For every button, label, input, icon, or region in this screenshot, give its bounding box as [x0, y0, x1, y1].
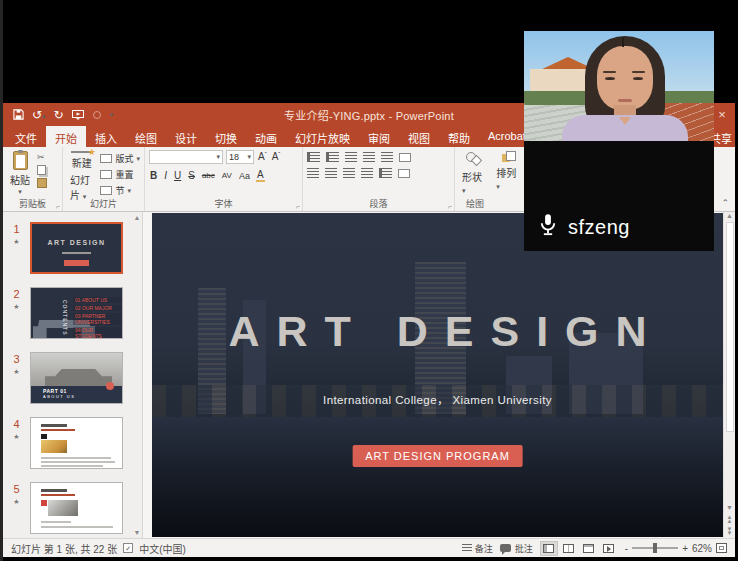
shapes-button[interactable]: 形状 ▾: [459, 150, 489, 198]
cut-button[interactable]: ✂: [37, 152, 47, 162]
scroll-up-icon[interactable]: ▲: [134, 214, 141, 221]
paste-dropdown-icon[interactable]: ▾: [18, 189, 22, 195]
undo-dropdown-icon[interactable]: ▾: [42, 113, 46, 120]
thumbnail-meta: 3 ★: [3, 352, 30, 404]
slide-canvas[interactable]: ART DESIGN International College， Xiamen…: [152, 213, 723, 537]
thumbnail-slide-5[interactable]: [30, 482, 123, 534]
thumbnail-slide-1[interactable]: ART DESIGN: [30, 222, 123, 274]
tab-home[interactable]: 开始: [46, 126, 86, 147]
grow-font-button[interactable]: Aˆ: [257, 151, 268, 162]
fit-slide-button[interactable]: [716, 543, 727, 553]
thumbnail-slide-4[interactable]: [30, 417, 123, 469]
thumbnail-item-1[interactable]: 1 ★ ART DESIGN: [3, 222, 142, 274]
webcam-overlay[interactable]: sfzeng: [524, 31, 714, 251]
format-painter-button[interactable]: [37, 178, 47, 188]
line-spacing-icon[interactable]: [381, 152, 393, 162]
tab-transitions[interactable]: 切换: [206, 126, 246, 147]
slide-title[interactable]: ART DESIGN: [152, 307, 723, 356]
thumbnail-slide-2[interactable]: CONTENTS 01 ABOUT US 02 OUR MAJOR 03 PAR…: [30, 287, 123, 339]
save-icon[interactable]: [13, 109, 24, 120]
italic-button[interactable]: I: [163, 170, 168, 181]
thumbnail-item-3[interactable]: 3 ★ PART 01 ABOUT US: [3, 352, 142, 404]
zoom-slider-thumb[interactable]: [653, 543, 657, 553]
justify-icon[interactable]: [361, 168, 373, 178]
thumbnail-scrollbar[interactable]: ▲ ▼: [133, 214, 141, 536]
numbering-icon[interactable]: [326, 152, 339, 162]
tab-view[interactable]: 视图: [399, 126, 439, 147]
tab-animations[interactable]: 动画: [246, 126, 286, 147]
font-name-combo[interactable]: ▾: [149, 150, 223, 164]
thumbnail-item-2[interactable]: 2 ★ CONTENTS 01 ABOUT US 02 OUR MAJOR 03…: [3, 287, 142, 339]
tab-file[interactable]: 文件: [6, 126, 46, 147]
font-color-button[interactable]: A: [256, 169, 265, 182]
slide-subtitle[interactable]: International College， Xiamen University: [152, 391, 723, 407]
shrink-font-button[interactable]: Aˇ: [271, 151, 282, 162]
scrollbar-thumb[interactable]: [726, 222, 734, 432]
thumbnail-slide-3[interactable]: PART 01 ABOUT US: [30, 352, 123, 404]
slide-program-button[interactable]: ART DESIGN PROGRAM: [352, 445, 523, 467]
indent-increase-icon[interactable]: [363, 152, 375, 162]
tab-help[interactable]: 帮助: [439, 126, 479, 147]
normal-view-button[interactable]: [540, 541, 558, 556]
slide-counter[interactable]: 幻灯片 第 1 张, 共 22 张: [11, 541, 117, 556]
redo-button[interactable]: ↻: [54, 108, 64, 122]
thumbnail-meta: 4 ★: [3, 417, 30, 469]
notes-button[interactable]: 备注: [462, 542, 493, 555]
next-slide-button[interactable]: ▼▼: [727, 527, 733, 535]
font-dialog-launcher[interactable]: ⌐: [296, 203, 300, 210]
indent-decrease-icon[interactable]: [345, 152, 357, 162]
arrange-button[interactable]: 排列 ▾: [493, 150, 523, 198]
undo-button[interactable]: ↺▾: [32, 108, 46, 122]
proofing-icon[interactable]: ✓: [123, 543, 133, 553]
zoom-in-button[interactable]: +: [682, 543, 688, 554]
reset-button[interactable]: 重置: [100, 168, 140, 181]
slideshow-view-button[interactable]: [600, 541, 618, 556]
animation-star-icon: ★: [13, 368, 19, 376]
scroll-down-icon[interactable]: ▼: [726, 504, 733, 511]
section-button[interactable]: 节▾: [100, 184, 140, 197]
convert-smartart-icon[interactable]: [398, 169, 410, 178]
thumb5-red-chip: [41, 500, 47, 506]
zoom-slider[interactable]: [632, 547, 678, 549]
tab-review[interactable]: 审阅: [359, 126, 399, 147]
start-slideshow-icon[interactable]: [72, 110, 84, 120]
zoom-out-button[interactable]: -: [625, 543, 628, 554]
bullets-icon[interactable]: [307, 152, 320, 162]
comments-button[interactable]: 批注: [500, 542, 533, 555]
reading-view-button[interactable]: [580, 541, 598, 556]
touch-mode-icon[interactable]: [92, 110, 102, 120]
tab-slideshow[interactable]: 幻灯片放映: [286, 126, 359, 147]
clipboard-dialog-launcher[interactable]: ⌐: [56, 203, 60, 210]
character-spacing-button[interactable]: AV: [221, 171, 233, 180]
paste-button[interactable]: 粘贴 ▾: [7, 150, 33, 198]
thumbnail-item-4[interactable]: 4 ★: [3, 417, 142, 469]
copy-button[interactable]: [37, 165, 46, 175]
tab-design[interactable]: 设计: [166, 126, 206, 147]
align-right-icon[interactable]: [343, 168, 355, 178]
font-size-combo[interactable]: 18▾: [226, 150, 254, 164]
text-direction-icon[interactable]: [399, 153, 411, 162]
change-case-button[interactable]: Aa: [238, 171, 251, 181]
columns-icon[interactable]: [379, 168, 392, 178]
layout-button[interactable]: 版式▾: [100, 152, 140, 165]
bold-button[interactable]: B: [149, 170, 158, 181]
zoom-percentage[interactable]: 62%: [692, 543, 712, 554]
abc-effect-button[interactable]: abc: [201, 171, 216, 180]
slides-group-label: 幻灯片: [63, 197, 144, 210]
align-center-icon[interactable]: [325, 168, 337, 178]
slide-sorter-button[interactable]: [560, 541, 578, 556]
scroll-up-icon[interactable]: ▲: [726, 212, 733, 219]
tab-insert[interactable]: 插入: [86, 126, 126, 147]
editor-scrollbar[interactable]: ▲ ▼ ▲▲ ▼▼: [723, 212, 735, 538]
previous-slide-button[interactable]: ▲▲: [727, 515, 733, 523]
align-left-icon[interactable]: [307, 168, 319, 178]
underline-button[interactable]: U: [173, 170, 182, 181]
strikethrough-button[interactable]: S: [187, 170, 196, 181]
tab-draw[interactable]: 绘图: [126, 126, 166, 147]
customize-qat-icon[interactable]: ▾: [110, 112, 114, 118]
thumbnail-item-5[interactable]: 5 ★: [3, 482, 142, 534]
scroll-down-icon[interactable]: ▼: [134, 529, 141, 536]
collapse-ribbon-icon[interactable]: ⌃: [721, 198, 729, 208]
new-slide-button[interactable]: ★ 新建 幻灯片 ▾: [67, 150, 96, 198]
language-indicator[interactable]: 中文(中国): [139, 541, 186, 556]
